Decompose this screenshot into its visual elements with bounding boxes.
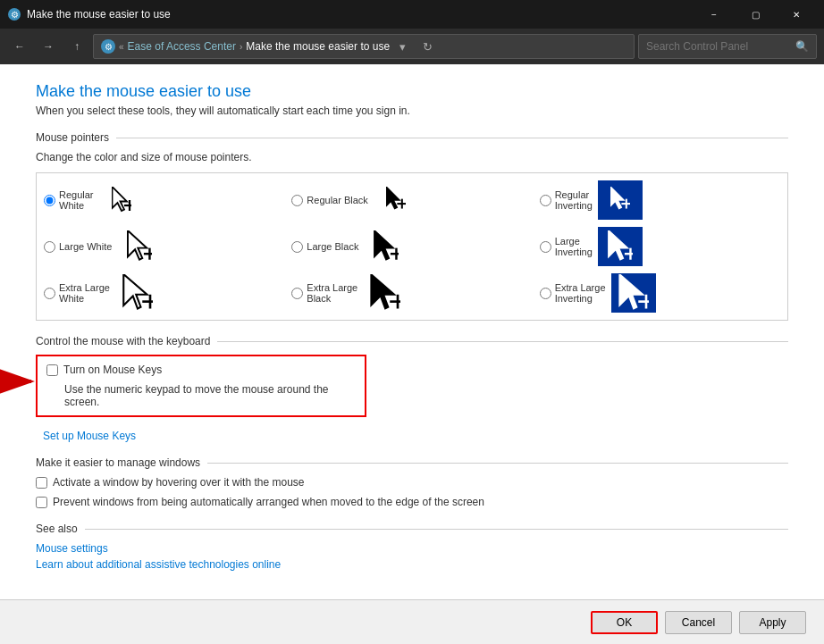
address-bar: ← → ↑ ⚙ « Ease of Access Center › Make t… [0,29,824,64]
mouse-settings-link[interactable]: Mouse settings [36,542,788,555]
svg-marker-23 [371,274,394,309]
radio-xlarge-inverting[interactable] [540,288,551,299]
pointer-option-large-inverting: LargeInverting [540,227,780,266]
cursor-preview-large-white [117,227,162,266]
label-regular-white: RegularWhite [59,189,94,211]
svg-text:⚙: ⚙ [11,10,19,20]
pointer-option-xlarge-black: Extra LargeBlack [291,273,532,313]
see-also-section: See also Mouse settings Learn about addi… [36,523,788,571]
pointer-option-xlarge-white: Extra LargeWhite [44,273,284,313]
svg-marker-8 [610,187,624,209]
cursor-preview-large-black [364,227,408,266]
page-subtitle: When you select these tools, they will a… [36,105,788,117]
label-regular-inverting: RegularInverting [555,189,593,211]
hover-activate-label: Activate a window by hovering over it wi… [53,476,304,489]
forward-button[interactable]: → [36,34,61,59]
manage-windows-section: Make it easier to manage windows Activat… [36,456,788,508]
cursor-preview-regular-black [374,180,418,220]
assistive-tech-link[interactable]: Learn about additional assistive technol… [36,558,788,571]
prevent-arrange-row: Prevent windows from being automatically… [36,496,788,508]
pointer-option-regular-white: RegularWhite [44,180,284,220]
mouse-keys-checkbox[interactable] [46,364,58,376]
window-controls: − ▢ ✕ [694,0,817,29]
breadcrumb-sep1: « [119,42,124,52]
search-box: 🔍 [638,34,817,59]
svg-marker-2 [112,187,127,211]
radio-regular-inverting[interactable] [540,195,551,206]
ok-button[interactable]: OK [591,611,658,634]
title-bar: ⚙ Make the mouse easier to use − ▢ ✕ [0,0,824,29]
window-title: Make the mouse easier to use [27,8,694,21]
mouse-keys-label[interactable]: Turn on Mouse Keys [63,364,162,376]
label-xlarge-black: Extra LargeBlack [307,282,357,304]
mouse-pointers-section: Mouse pointers Change the color and size… [36,131,788,321]
address-chevron[interactable]: ▾ [393,34,411,59]
close-button[interactable]: ✕ [776,0,817,29]
label-regular-black: Regular Black [307,195,367,205]
radio-regular-black[interactable] [291,195,303,206]
svg-marker-5 [386,187,399,209]
cursor-preview-regular-white [99,180,144,220]
maximize-button[interactable]: ▢ [735,0,776,29]
radio-large-inverting[interactable] [540,241,551,253]
cursor-preview-xlarge-black [363,273,408,313]
radio-xlarge-white[interactable] [44,288,55,299]
label-large-black: Large Black [307,241,358,252]
see-also-header: See also [36,523,788,535]
mouse-pointers-header: Mouse pointers [36,131,788,144]
breadcrumb-sep2: › [240,42,242,52]
pointer-option-regular-black: Regular Black [291,180,532,220]
breadcrumb-parent[interactable]: Ease of Access Center [128,40,236,53]
svg-marker-11 [128,230,147,260]
radio-xlarge-black[interactable] [291,288,303,299]
mouse-keys-description: Use the numeric keypad to move the mouse… [64,383,356,408]
svg-marker-20 [123,274,147,309]
svg-marker-17 [609,230,627,260]
hover-activate-checkbox[interactable] [36,477,47,489]
refresh-button[interactable]: ↻ [415,34,440,59]
mouse-keys-checkbox-row: Turn on Mouse Keys [46,364,356,376]
manage-windows-header: Make it easier to manage windows [36,456,788,469]
label-large-inverting: LargeInverting [555,236,593,257]
main-content: Make the mouse easier to use When you se… [0,64,824,599]
pointer-option-regular-inverting: RegularInverting [540,180,780,220]
pointer-option-large-white: Large White [44,227,284,266]
activate-window-row: Activate a window by hovering over it wi… [36,476,788,489]
up-button[interactable]: ↑ [64,34,89,59]
mouse-keys-header: Control the mouse with the keyboard [36,335,788,347]
address-box: ⚙ « Ease of Access Center › Make the mou… [93,34,635,59]
prevent-arrange-label: Prevent windows from being automatically… [53,496,484,508]
radio-regular-white[interactable] [44,195,55,206]
cursor-preview-regular-inverting [598,180,643,220]
mouse-keys-section: Control the mouse with the keyboard Turn [36,335,788,442]
cursor-preview-xlarge-white [115,273,160,313]
cursor-preview-large-inverting [598,227,643,266]
search-input[interactable] [646,40,790,53]
setup-mouse-keys-link[interactable]: Set up Mouse Keys [43,430,136,442]
svg-marker-26 [619,274,643,309]
mouse-keys-box: Turn on Mouse Keys Use the numeric keypa… [36,355,366,417]
apply-button[interactable]: Apply [739,611,806,634]
cursor-preview-xlarge-inverting [611,273,656,313]
svg-marker-14 [374,230,393,260]
back-button[interactable]: ← [7,34,32,59]
label-xlarge-white: Extra LargeWhite [59,282,110,304]
radio-large-black[interactable] [291,241,303,253]
pointer-option-xlarge-inverting: Extra LargeInverting [540,273,780,313]
app-icon: ⚙ [7,7,21,21]
pointer-option-large-black: Large Black [291,227,532,266]
cancel-button[interactable]: Cancel [665,611,732,634]
footer: OK Cancel Apply [0,599,824,644]
radio-large-white[interactable] [44,241,55,253]
prevent-arrange-checkbox[interactable] [36,497,47,508]
minimize-button[interactable]: − [694,0,735,29]
page-title: Make the mouse easier to use [36,82,788,101]
breadcrumb-current: Make the mouse easier to use [246,40,390,53]
address-icon: ⚙ [101,39,115,54]
pointer-grid: RegularWhite Regular Black [36,172,788,321]
label-xlarge-inverting: Extra LargeInverting [555,282,606,304]
search-icon[interactable]: 🔍 [795,40,809,53]
mouse-pointers-desc: Change the color and size of mouse point… [36,151,788,163]
label-large-white: Large White [59,241,112,252]
